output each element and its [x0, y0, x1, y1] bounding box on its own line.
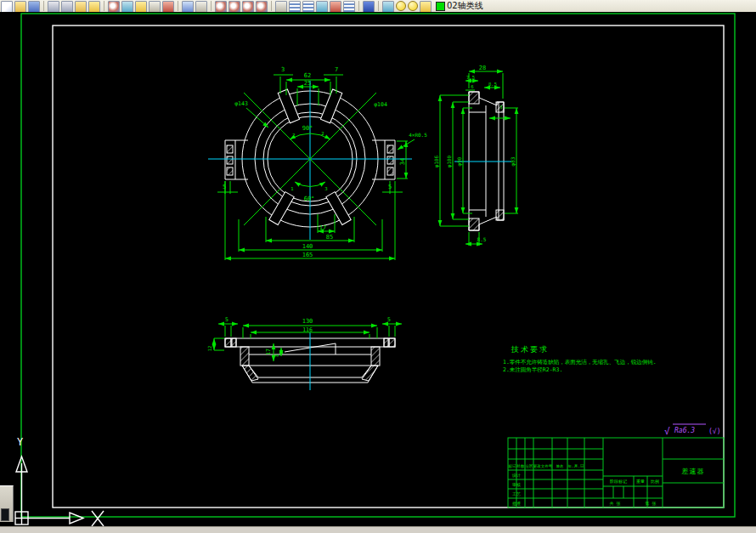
- undo-icon[interactable]: [182, 1, 194, 12]
- layer-color-swatch[interactable]: [436, 2, 445, 11]
- dim-label: 6: [471, 84, 473, 89]
- rev-header-cell: 分区: [526, 463, 534, 468]
- dim-label: 34: [399, 158, 406, 165]
- publish-icon[interactable]: [88, 1, 100, 12]
- corner-grip: [1, 508, 9, 521]
- row-label: 设计: [511, 473, 521, 478]
- layer-lock-icon[interactable]: [420, 1, 432, 12]
- rev-header-cell: 年.月.日: [568, 464, 584, 468]
- stage-label: 阶段标记: [610, 479, 627, 485]
- dim-label: 2: [321, 131, 324, 136]
- tech-req-title: 技术要求: [511, 345, 549, 354]
- dim-label: 8: [274, 354, 279, 356]
- text-style-icon[interactable]: [275, 1, 287, 12]
- roughness-check-symbol: √: [664, 426, 670, 437]
- dim-label: 28: [479, 65, 486, 71]
- render-icon[interactable]: [330, 1, 341, 12]
- angle-label: 90°: [302, 125, 313, 132]
- zoom-previous-icon[interactable]: [256, 1, 268, 12]
- diameter-label: φ100: [446, 155, 453, 167]
- top-toolbar: 02轴类线: [0, 0, 756, 12]
- sheet-page-label: 第 张: [645, 501, 656, 507]
- dim-label: 5: [388, 184, 392, 190]
- diameter-label: φ143: [234, 100, 248, 107]
- dim-label: 8.5: [488, 82, 497, 87]
- dim-label: 3: [281, 66, 285, 73]
- zoom-window-icon[interactable]: [228, 1, 240, 12]
- rev-header-cell: 处数: [517, 463, 526, 468]
- dim-label: 8.5: [477, 236, 487, 242]
- layers-icon[interactable]: [382, 1, 394, 12]
- window-bottom-edge: [0, 526, 756, 533]
- redo-icon[interactable]: [195, 1, 207, 12]
- row-label: 工艺: [512, 491, 521, 496]
- separator: [358, 1, 359, 11]
- diameter-label: φ90: [456, 156, 463, 166]
- dim-label: 12: [207, 346, 212, 352]
- new-doc-icon[interactable]: [1, 1, 13, 12]
- find-icon[interactable]: [108, 1, 120, 12]
- tech-req-line1: 1.零件不允许铸造缺陷，表面光洁，无缩孔、飞边，锐边倒钝.: [503, 359, 657, 366]
- front-view-labels: 3 62 7 25 φ143 φ104 4×R0.5 90° 2 2 60° 1…: [223, 66, 427, 258]
- dim-label: 1: [291, 186, 293, 191]
- row-label: 批准: [512, 501, 521, 507]
- scale-label: 比例: [651, 479, 659, 485]
- dim-label: 5: [225, 316, 228, 323]
- match-properties-icon[interactable]: [149, 1, 161, 12]
- separator: [178, 1, 178, 11]
- ucs-icon: Y: [15, 436, 104, 526]
- erase-icon[interactable]: [162, 1, 174, 12]
- plot-icon[interactable]: [75, 1, 87, 12]
- current-layer-name[interactable]: 02轴类线: [447, 0, 483, 11]
- copy-icon[interactable]: [121, 1, 133, 12]
- dim-label: 62: [304, 72, 311, 79]
- print-icon[interactable]: [48, 1, 59, 12]
- dim-label: 7: [335, 66, 338, 73]
- rev-header-cell: 签名: [556, 464, 564, 468]
- dim-label: 165: [302, 252, 313, 258]
- separator: [43, 1, 44, 11]
- dim-label: 17: [319, 224, 326, 231]
- dim-label: 25: [304, 80, 311, 87]
- paste-icon[interactable]: [135, 1, 147, 12]
- zoom-scale-icon[interactable]: [242, 1, 254, 12]
- tech-requirements: 技术要求 1.零件不允许铸造缺陷，表面光洁，无缩孔、飞边，锐边倒钝. 2.未注圆…: [503, 345, 657, 373]
- tech-req-line2: 2.未注圆角半径R2-R3.: [503, 366, 562, 373]
- datagrid-icon[interactable]: [302, 1, 314, 12]
- dim-label: 140: [302, 243, 313, 250]
- section-view-labels: 5 130 5 116 12 17 8: [207, 316, 391, 357]
- dim-label: 17: [265, 349, 272, 355]
- sheet-icon[interactable]: [343, 1, 355, 12]
- dim-label: 3: [324, 186, 327, 191]
- dim-label: 2: [292, 133, 295, 138]
- open-icon[interactable]: [14, 1, 26, 12]
- sheet-total-label: 共 张: [609, 501, 620, 507]
- image-icon[interactable]: [316, 1, 328, 12]
- dim-label: 5: [223, 184, 226, 190]
- separator: [211, 1, 212, 11]
- help-icon[interactable]: [363, 1, 375, 12]
- ucs-x-label: [92, 511, 104, 526]
- roughness-value: Ra6.3: [674, 427, 695, 434]
- drawing-canvas[interactable]: 3 62 7 25 φ143 φ104 4×R0.5 90° 2 2 60° 1…: [0, 12, 756, 526]
- rev-header-cell: 更改文件号: [533, 463, 553, 468]
- dim-label: 3: [499, 105, 502, 110]
- separator: [378, 1, 379, 11]
- scrollbar-corner-widget[interactable]: [0, 485, 14, 522]
- diameter-label: φ83: [510, 156, 516, 166]
- row-label: 审核: [512, 482, 521, 487]
- diameter-label: φ104: [374, 101, 387, 108]
- weight-label: 重量: [636, 479, 645, 484]
- dim-label: 130: [302, 318, 313, 325]
- dim-label: 85: [326, 234, 333, 241]
- zoom-realtime-icon[interactable]: [215, 1, 227, 12]
- dim-label: 116: [302, 326, 313, 333]
- print-preview-icon[interactable]: [61, 1, 73, 12]
- table-icon[interactable]: [289, 1, 301, 12]
- light-off-icon[interactable]: [408, 1, 418, 11]
- save-icon[interactable]: [28, 1, 40, 12]
- radius-note: 4×R0.5: [409, 132, 427, 138]
- light-on-icon[interactable]: [396, 1, 406, 11]
- angle-label: 60°: [304, 196, 315, 202]
- dim-label: 7.5: [466, 75, 475, 80]
